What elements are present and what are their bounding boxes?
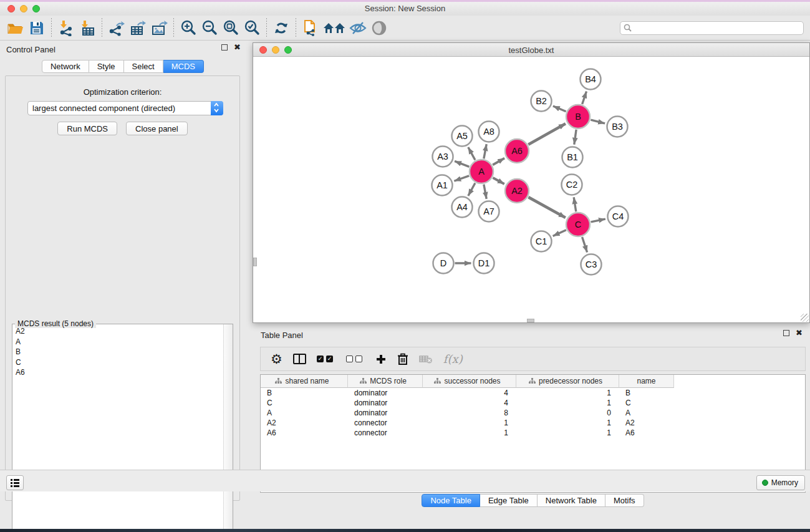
tab-select[interactable]: Select (124, 60, 163, 73)
table-row[interactable]: Bdominator41B (261, 388, 805, 398)
table-cell[interactable]: connector (348, 418, 423, 428)
edge-A-A4[interactable] (468, 183, 475, 196)
close-table-panel-icon[interactable]: ✖ (796, 330, 803, 336)
column-header-predecessor-nodes[interactable]: predecessor nodes (516, 375, 619, 388)
close-panel-icon[interactable]: ✖ (234, 44, 241, 51)
table-cell[interactable]: connector (348, 428, 423, 438)
clone-network-icon[interactable] (300, 17, 321, 39)
table-cell[interactable]: 0 (516, 408, 619, 418)
table-cell[interactable]: 8 (423, 408, 516, 418)
table-settings-icon[interactable]: ⚙ (271, 353, 282, 365)
tab-style[interactable]: Style (89, 60, 124, 73)
table-cell[interactable]: dominator (348, 398, 423, 408)
export-table-icon[interactable] (127, 17, 148, 39)
edge-C-C4[interactable] (591, 219, 605, 222)
zoom-fit-icon[interactable] (220, 17, 241, 39)
select-all-columns-icon[interactable] (317, 355, 335, 362)
graph-node-A8[interactable]: A8 (479, 122, 499, 142)
split-panel-icon[interactable] (293, 354, 306, 364)
result-item[interactable]: B (13, 347, 223, 357)
delete-columns-icon[interactable] (397, 353, 408, 365)
edge-C-C2[interactable] (574, 197, 576, 211)
import-network-icon[interactable] (55, 17, 77, 39)
table-cell[interactable]: A (619, 408, 674, 418)
table-cell[interactable]: A6 (619, 428, 674, 438)
table-cell[interactable]: 1 (516, 418, 619, 428)
graph-node-A5[interactable]: A5 (452, 126, 473, 147)
column-header-name[interactable]: name (619, 375, 674, 388)
float-panel-icon[interactable] (221, 44, 228, 51)
add-column-icon[interactable] (375, 354, 387, 365)
table-cell[interactable]: 1 (516, 428, 619, 438)
edge-A-A6[interactable] (493, 158, 504, 165)
tab-network[interactable]: Network (42, 60, 89, 73)
edge-A6-B[interactable] (528, 123, 566, 144)
graph-node-A4[interactable]: A4 (452, 197, 473, 218)
edge-A-A5[interactable] (468, 147, 475, 160)
table-cell[interactable]: B (261, 388, 348, 398)
tab-motifs[interactable]: Motifs (605, 494, 644, 507)
edge-B-B3[interactable] (591, 120, 605, 123)
tab-mcds[interactable]: MCDS (163, 60, 204, 73)
graph-node-B1[interactable]: B1 (562, 147, 583, 168)
edge-A-A2[interactable] (493, 178, 504, 184)
table-cell[interactable]: 4 (423, 388, 516, 398)
graph-node-D[interactable]: D (433, 253, 454, 274)
edge-A-A3[interactable] (455, 161, 469, 167)
task-history-button[interactable] (6, 475, 24, 490)
edge-A-A7[interactable] (484, 185, 486, 199)
edge-B-B2[interactable] (553, 106, 566, 112)
graph-node-B3[interactable]: B3 (607, 117, 628, 137)
horizontal-scrollbar-thumb[interactable] (527, 319, 534, 322)
table-cell[interactable]: 1 (423, 418, 516, 428)
result-item[interactable]: A (13, 337, 223, 347)
save-session-icon[interactable] (26, 17, 47, 39)
table-cell[interactable]: 1 (516, 388, 619, 398)
run-mcds-button[interactable]: Run MCDS (57, 122, 117, 135)
zoom-in-icon[interactable] (178, 17, 199, 39)
tab-node-table[interactable]: Node Table (422, 494, 480, 507)
graph-node-B4[interactable]: B4 (581, 69, 601, 90)
network-canvas[interactable]: B4B2BB3A5A8A6A3B1AA1C2A2A4A7C4CC1C3DD1 (253, 57, 809, 322)
criterion-select[interactable]: largest connected component (directed) (27, 101, 223, 115)
table-cell[interactable]: 1 (423, 428, 516, 438)
graph-node-A1[interactable]: A1 (432, 175, 453, 196)
import-table-icon[interactable] (77, 17, 98, 39)
show-graphics-details-icon[interactable] (369, 17, 390, 39)
table-row[interactable]: Adominator80A (261, 408, 805, 418)
edge-B-B4[interactable] (582, 91, 587, 104)
column-header-MCDS-role[interactable]: MCDS role (348, 375, 423, 388)
result-item[interactable]: A6 (13, 367, 223, 378)
result-item[interactable]: A2 (13, 326, 223, 337)
window-resize-grip[interactable] (801, 314, 809, 322)
memory-button[interactable]: Memory (756, 475, 805, 490)
table-cell[interactable]: A6 (261, 428, 348, 438)
float-table-panel-icon[interactable] (783, 330, 789, 336)
vertical-scrollbar-thumb[interactable] (253, 258, 257, 266)
close-panel-button[interactable]: Close panel (126, 122, 188, 135)
graph-node-A2[interactable]: A2 (505, 179, 529, 203)
graph-node-C3[interactable]: C3 (581, 254, 602, 275)
table-row[interactable]: Cdominator41C (261, 398, 805, 408)
graph-node-C4[interactable]: C4 (608, 206, 629, 227)
table-cell[interactable]: A2 (619, 418, 674, 428)
table-cell[interactable]: 1 (516, 398, 619, 408)
tab-network-table[interactable]: Network Table (538, 494, 605, 507)
column-header-shared-name[interactable]: shared name (261, 375, 348, 388)
edge-C-C1[interactable] (553, 230, 566, 236)
export-network-icon[interactable] (106, 17, 127, 39)
edge-C-C3[interactable] (582, 237, 587, 253)
table-cell[interactable]: dominator (348, 408, 423, 418)
table-cell[interactable]: C (619, 398, 674, 408)
hide-graphics-details-icon[interactable] (347, 17, 369, 39)
graph-node-C1[interactable]: C1 (531, 231, 552, 252)
table-row[interactable]: A2connector11A2 (261, 418, 805, 428)
graph-node-A3[interactable]: A3 (433, 147, 453, 167)
table-cell[interactable]: 4 (423, 398, 516, 408)
open-session-icon[interactable] (5, 17, 26, 39)
table-cell[interactable]: A (261, 408, 348, 418)
edge-A-A1[interactable] (454, 176, 469, 181)
delete-table-icon[interactable] (419, 354, 433, 364)
zoom-out-icon[interactable] (199, 17, 220, 39)
table-cell[interactable]: dominator (348, 388, 423, 398)
